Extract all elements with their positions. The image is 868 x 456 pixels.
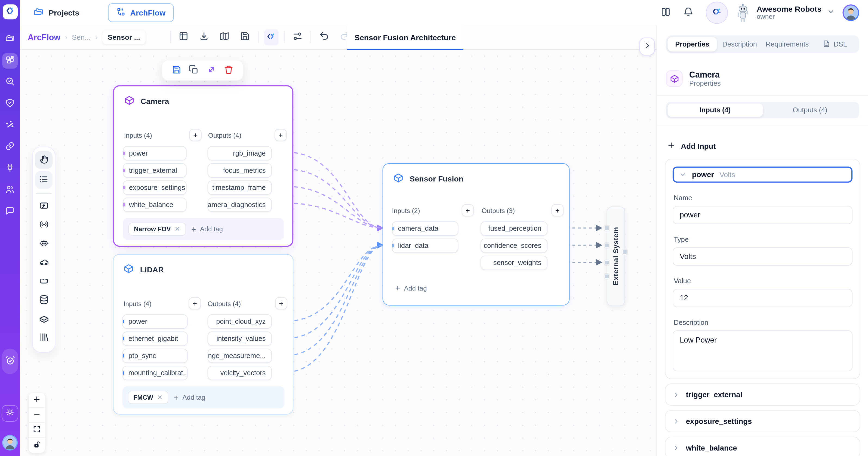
edge-lidar-range[interactable] [287, 245, 382, 355]
sidebar-item-projects[interactable] [2, 32, 18, 47]
output-pill[interactable]: rgb_image [208, 146, 272, 160]
input-row-white-balance[interactable]: white_balance [665, 437, 860, 456]
output-pill[interactable]: camera_diagnostics [208, 197, 272, 212]
output-port[interactable] [622, 249, 627, 254]
sidebar-item-history[interactable] [2, 348, 18, 374]
input-pill[interactable]: exposure_settings [123, 180, 187, 195]
sidebar-avatar[interactable] [2, 435, 18, 451]
sidebar-item-links[interactable] [2, 140, 18, 155]
undo-button[interactable] [317, 29, 332, 45]
tag-chip[interactable]: FMCW✕ [128, 391, 168, 404]
map-view-button[interactable] [217, 29, 232, 45]
nav-projects[interactable]: Projects [33, 6, 79, 19]
sidebar-item-team[interactable] [2, 183, 18, 198]
add-tag-button[interactable]: +Add tag [395, 283, 427, 293]
settings-button[interactable] [290, 29, 305, 45]
output-pill[interactable]: range_measureme... [208, 348, 272, 363]
database-node-button[interactable] [36, 293, 52, 308]
nav-archflow-button[interactable]: ArchFlow [108, 3, 174, 22]
lock-button[interactable] [29, 438, 45, 453]
node-duplicate-button[interactable] [188, 63, 200, 77]
sidebar-item-boards[interactable] [2, 53, 18, 68]
diagram-canvas[interactable]: Camera Inputs (4) + Outputs (4) + power … [20, 50, 657, 456]
breadcrumb-folder[interactable]: Sen... [72, 33, 91, 41]
edge-lidar-intensity[interactable] [287, 245, 382, 338]
document-tab[interactable]: Sensor Fusion Architecture [347, 25, 463, 50]
output-pill[interactable]: focus_metrics [208, 163, 272, 178]
add-output-port-button[interactable]: + [275, 297, 287, 309]
tag-chip[interactable]: Narrow FOV✕ [128, 222, 186, 236]
name-field[interactable]: power [673, 206, 852, 224]
edge-camera-focus-metrics[interactable] [287, 169, 382, 228]
input-pill[interactable]: ethernet_gigabit [122, 331, 188, 346]
add-input-button[interactable]: Add Input [667, 141, 858, 151]
output-pill[interactable]: velcity_vectors [208, 366, 272, 380]
breadcrumb-current[interactable]: Sensor ... [102, 30, 146, 44]
description-field[interactable]: Low Power [673, 330, 852, 371]
input-pill[interactable]: white_balance [123, 197, 187, 212]
list-tool-button[interactable] [35, 171, 53, 188]
tab-properties[interactable]: Properties [668, 37, 717, 52]
output-pill[interactable]: confidence_scores [480, 239, 548, 253]
tab-requirements[interactable]: Requirements [763, 37, 812, 52]
node-camera[interactable]: Camera Inputs (4) + Outputs (4) + power … [113, 85, 293, 247]
add-output-port-button[interactable]: + [275, 129, 287, 141]
node-lidar[interactable]: LiDAR Inputs (4) + Outputs (4) + power e… [113, 254, 293, 415]
cube-node-button[interactable] [36, 311, 52, 327]
chevron-down-icon[interactable] [827, 7, 835, 18]
sidebar-item-integrations[interactable] [2, 161, 18, 177]
input-port[interactable] [123, 203, 125, 207]
io-tab-outputs[interactable]: Outputs (4) [763, 103, 858, 117]
zoom-out-button[interactable] [29, 408, 45, 423]
add-input-port-button[interactable]: + [462, 204, 474, 217]
layout-panels-button[interactable] [657, 3, 674, 22]
ai-tools-button[interactable] [264, 29, 278, 45]
edge-lidar-point-cloud[interactable] [287, 245, 382, 321]
node-delete-button[interactable] [223, 63, 235, 77]
sidebar-item-review[interactable] [2, 75, 18, 90]
output-pill[interactable]: point_cloud_xyz [208, 314, 272, 329]
close-icon[interactable]: ✕ [157, 393, 162, 401]
io-tab-inputs[interactable]: Inputs (4) [668, 103, 763, 117]
sidebar-item-chat[interactable] [2, 204, 18, 220]
ai-assistant-button[interactable] [706, 1, 727, 23]
input-port[interactable] [604, 260, 610, 265]
table-view-button[interactable] [176, 29, 191, 45]
vehicle-node-button[interactable] [36, 255, 52, 271]
input-pill[interactable]: ptp_sync [122, 348, 188, 363]
fit-view-button[interactable] [29, 423, 45, 438]
function-node-button[interactable] [36, 199, 52, 214]
input-pill[interactable]: mounting_calibrat... [122, 366, 188, 380]
output-pill[interactable]: timestamp_frame [208, 180, 272, 195]
panel-collapse-button[interactable] [640, 37, 655, 55]
close-icon[interactable]: ✕ [175, 225, 180, 233]
input-row-power[interactable]: power Volts [673, 166, 852, 183]
input-port[interactable] [604, 243, 610, 248]
module-node-button[interactable] [36, 274, 52, 290]
add-tag-button[interactable]: +Add tag [191, 224, 223, 234]
signal-node-button[interactable] [36, 217, 52, 233]
zoom-in-button[interactable] [29, 393, 45, 408]
type-field[interactable]: Volts [673, 247, 852, 266]
input-port[interactable] [392, 244, 394, 248]
tab-dsl[interactable]: DSL [812, 37, 858, 52]
input-pill[interactable]: power [123, 146, 187, 160]
brand-logo[interactable] [2, 4, 18, 19]
output-pill[interactable]: intensity_values [208, 331, 272, 346]
breadcrumb-app[interactable]: ArcFlow [28, 32, 60, 42]
input-pill[interactable]: trigger_external [123, 163, 187, 178]
edge-camera-diagnostics[interactable] [287, 203, 382, 228]
sidebar-item-magic[interactable] [2, 118, 18, 133]
input-row-trigger-external[interactable]: trigger_external [665, 384, 860, 406]
input-port[interactable] [122, 337, 125, 341]
chevron-down-icon[interactable] [679, 171, 686, 178]
pan-tool-button[interactable] [35, 151, 53, 169]
notifications-button[interactable] [680, 3, 697, 22]
node-expand-button[interactable] [205, 63, 217, 77]
add-input-port-button[interactable]: + [189, 297, 201, 309]
add-input-port-button[interactable]: + [189, 129, 202, 141]
save-button[interactable] [238, 29, 252, 45]
theme-toggle-button[interactable] [2, 405, 18, 422]
robot-node-button[interactable] [36, 237, 52, 252]
node-sensor-fusion[interactable]: Sensor Fusion Inputs (2) + Outputs (3) +… [382, 163, 570, 306]
